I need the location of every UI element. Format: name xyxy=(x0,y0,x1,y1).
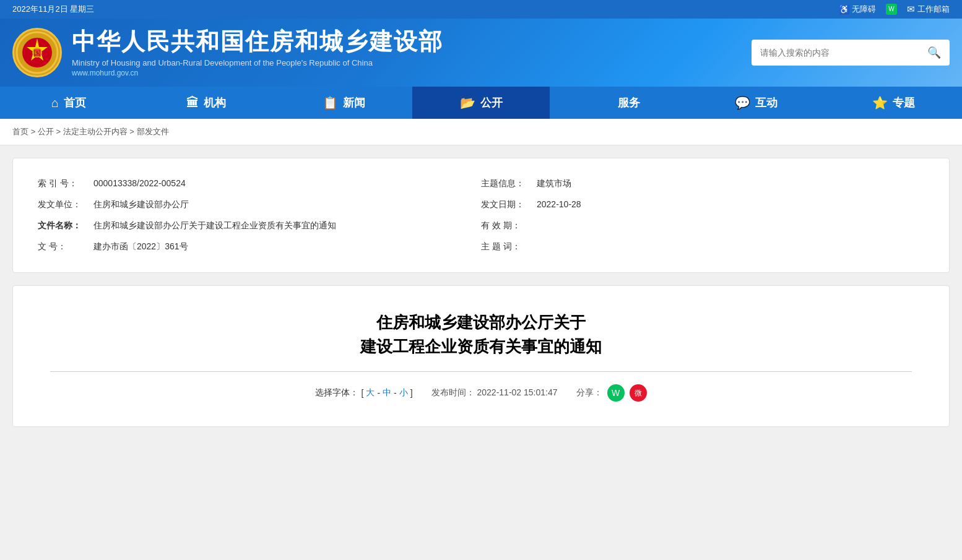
nav-home-label: 首页 xyxy=(64,95,86,110)
special-icon: ⭐ xyxy=(872,95,888,110)
doc-info-index: 索 引 号： 000013338/2022-00524 xyxy=(38,173,481,194)
nav-news-label: 新闻 xyxy=(343,95,365,110)
nav-institution-label: 机构 xyxy=(204,95,226,110)
search-button[interactable]: 🔍 xyxy=(919,40,950,66)
top-bar-right: ♿ 无障碍 W ✉ 工作邮箱 xyxy=(839,4,950,15)
search-input[interactable] xyxy=(752,41,919,64)
main-nav: ⌂ 首页 🏛 机构 📋 新闻 📂 公开 👤 服务 💬 互动 ⭐ 专题 xyxy=(0,87,962,119)
service-icon: 👤 xyxy=(597,95,613,110)
doc-body-card: 住房和城乡建设部办公厅关于 建设工程企业资质有关事宜的通知 选择字体： [ 大 … xyxy=(12,285,950,427)
publish-time-value: 2022-11-02 15:01:47 xyxy=(477,387,558,397)
institution-icon: 🏛 xyxy=(186,96,199,110)
doc-info-validity: 有 效 期： xyxy=(481,215,924,236)
breadcrumb-current: 部发文件 xyxy=(137,127,169,136)
search-box: 🔍 xyxy=(752,40,950,66)
news-icon: 📋 xyxy=(323,95,338,110)
content-area: 索 引 号： 000013338/2022-00524 发文单位： 住房和城乡建… xyxy=(0,145,962,439)
font-small-btn[interactable]: 小 xyxy=(399,387,408,398)
breadcrumb-legal[interactable]: 法定主动公开内容 xyxy=(63,127,128,136)
nav-home[interactable]: ⌂ 首页 xyxy=(0,87,137,119)
share-area: 分享： W 微 xyxy=(576,384,647,402)
accessibility-link[interactable]: ♿ 无障碍 xyxy=(839,4,876,15)
doc-info-left: 索 引 号： 000013338/2022-00524 发文单位： 住房和城乡建… xyxy=(38,173,481,257)
home-icon: ⌂ xyxy=(51,96,59,110)
nav-service[interactable]: 👤 服务 xyxy=(550,87,687,119)
doc-info-card: 索 引 号： 000013338/2022-00524 发文单位： 住房和城乡建… xyxy=(12,158,950,273)
breadcrumb: 首页 > 公开 > 法定主动公开内容 > 部发文件 xyxy=(0,119,962,145)
breadcrumb-home[interactable]: 首页 xyxy=(12,127,28,136)
nav-special-label: 专题 xyxy=(893,95,915,110)
header-left: 国 中华人民共和国住房和城乡建设部 Ministry of Housing an… xyxy=(12,28,443,78)
font-size-label: 选择字体： xyxy=(315,387,358,398)
header-title-block: 中华人民共和国住房和城乡建设部 Ministry of Housing and … xyxy=(72,28,443,78)
share-weibo-btn[interactable]: 微 xyxy=(630,384,647,402)
open-icon: 📂 xyxy=(460,95,475,110)
nav-open[interactable]: 📂 公开 xyxy=(412,87,550,119)
doc-info-filename: 文件名称： 住房和城乡建设部办公厅关于建设工程企业资质有关事宜的通知 xyxy=(38,215,481,236)
svg-text:国: 国 xyxy=(33,49,41,58)
doc-info-topic: 主题信息： 建筑市场 xyxy=(481,173,924,194)
doc-divider xyxy=(50,371,912,372)
wechat-link[interactable]: W xyxy=(886,4,897,15)
doc-info-date: 发文日期： 2022-10-28 xyxy=(481,194,924,215)
wechat-icon: W xyxy=(886,4,897,15)
share-label: 分享： xyxy=(576,387,602,398)
site-title: 中华人民共和国住房和城乡建设部 xyxy=(72,28,443,56)
font-large-btn[interactable]: 大 xyxy=(366,387,375,398)
doc-meta: 选择字体： [ 大 - 中 - 小 ] 发布时间： 2022-11-02 15:… xyxy=(50,384,912,402)
email-link[interactable]: ✉ 工作邮箱 xyxy=(907,4,950,15)
nav-interact-label: 互动 xyxy=(755,95,778,110)
interact-icon: 💬 xyxy=(735,95,750,110)
site-logo: 国 xyxy=(12,28,62,77)
site-header: 国 中华人民共和国住房和城乡建设部 Ministry of Housing an… xyxy=(0,19,962,87)
doc-info-right: 主题信息： 建筑市场 发文日期： 2022-10-28 有 效 期： 主 题 词… xyxy=(481,173,924,257)
nav-service-label: 服务 xyxy=(618,95,640,110)
font-medium-btn[interactable]: 中 xyxy=(383,387,391,398)
nav-special[interactable]: ⭐ 专题 xyxy=(825,87,962,119)
site-subtitle: Ministry of Housing and Urban-Rural Deve… xyxy=(72,58,443,67)
date-display: 2022年11月2日 星期三 xyxy=(12,4,94,15)
nav-interact[interactable]: 💬 互动 xyxy=(687,87,825,119)
publish-time-block: 发布时间： 2022-11-02 15:01:47 xyxy=(431,387,558,398)
doc-info-issuer: 发文单位： 住房和城乡建设部办公厅 xyxy=(38,194,481,215)
publish-time-label: 发布时间： xyxy=(431,387,475,397)
top-bar: 2022年11月2日 星期三 ♿ 无障碍 W ✉ 工作邮箱 xyxy=(0,0,962,19)
doc-info-docnum: 文 号： 建办市函〔2022〕361号 xyxy=(38,236,481,257)
doc-info-keywords: 主 题 词： xyxy=(481,236,924,257)
barrier-icon: ♿ xyxy=(839,4,849,14)
nav-institution[interactable]: 🏛 机构 xyxy=(137,87,275,119)
nav-news[interactable]: 📋 新闻 xyxy=(275,87,412,119)
share-wechat-btn[interactable]: W xyxy=(607,384,625,402)
email-icon: ✉ xyxy=(907,4,915,15)
breadcrumb-open[interactable]: 公开 xyxy=(38,127,54,136)
doc-info-grid: 索 引 号： 000013338/2022-00524 发文单位： 住房和城乡建… xyxy=(38,173,924,257)
site-url: www.mohurd.gov.cn xyxy=(72,69,443,77)
nav-open-label: 公开 xyxy=(480,95,503,110)
font-size-selector: 选择字体： [ 大 - 中 - 小 ] xyxy=(315,387,412,398)
doc-title: 住房和城乡建设部办公厅关于 建设工程企业资质有关事宜的通知 xyxy=(50,311,912,359)
